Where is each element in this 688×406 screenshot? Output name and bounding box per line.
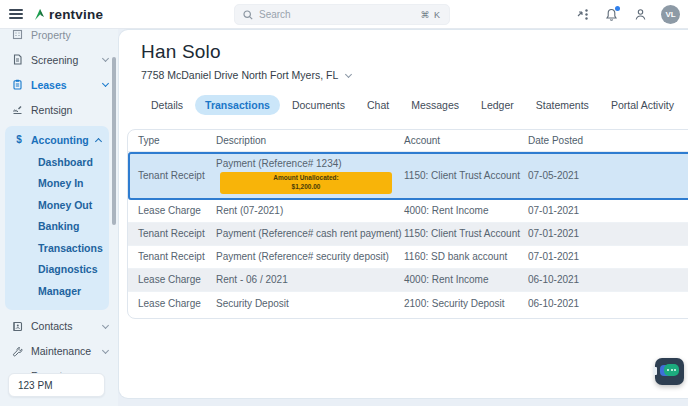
notifications-bell-icon[interactable] (603, 7, 619, 23)
user-profile-icon[interactable] (632, 7, 648, 23)
sidebar-item-label: Property (31, 29, 108, 41)
tab-statements[interactable]: Statements (526, 95, 599, 115)
tab-bar: Details Transactions Documents Chat Mess… (141, 94, 688, 116)
table-row[interactable]: Tenant Receipt Payment (Reference# secur… (128, 246, 688, 269)
search-icon (243, 10, 253, 20)
table-row[interactable]: Lease Charge Rent (07-2021) 4000: Rent I… (128, 200, 688, 223)
cell-description: Payment (Reference# 1234) (216, 158, 404, 169)
sidebar-item-maintenance[interactable]: Maintenance (0, 339, 118, 364)
sidebar-item-label: Money Out (38, 199, 92, 211)
sidebar-item-label: Accounting (31, 134, 96, 146)
table-row-selected[interactable]: Tenant Receipt Payment (Reference# 1234)… (128, 152, 688, 200)
quick-actions-icon[interactable] (574, 7, 590, 23)
sidebar-item-transactions[interactable]: Transactions (5, 237, 109, 259)
page-title: Han Solo (141, 41, 688, 63)
cell-date-posted: 07-01-2021 (528, 251, 625, 262)
search-input[interactable]: Search ⌘ K (234, 4, 450, 25)
tab-details[interactable]: Details (141, 95, 193, 115)
cell-type: Lease Charge (138, 274, 216, 285)
avatar[interactable]: VL (661, 5, 680, 24)
sidebar-item-label: Banking (38, 220, 79, 232)
cell-amount-link[interactable]: $2,400.00 (625, 170, 688, 181)
sidebar-item-label: Leases (31, 79, 103, 91)
sidebar-group-accounting: $ Accounting Dashboard Money In Money Ou… (5, 126, 109, 310)
rentvine-logo[interactable]: rentvine (34, 7, 103, 22)
sidebar-scrollbar[interactable] (112, 57, 116, 225)
cell-amount-link[interactable]: $1,200.00 (625, 205, 688, 216)
column-header-amount[interactable]: Amount (625, 135, 688, 146)
cell-account: 1160: SD bank account (404, 251, 528, 262)
cell-amount-link[interactable]: $840.00 (625, 274, 688, 285)
sidebar-item-leases[interactable]: Leases (0, 72, 118, 97)
cell-date-posted: 07-01-2021 (528, 205, 625, 216)
table-header-row: Type Description Account Date Posted Amo… (128, 130, 688, 152)
tab-portal-activity[interactable]: Portal Activity (601, 95, 684, 115)
cell-amount-link[interactable]: $1,200.00 (625, 298, 688, 309)
badge-amount: $1,200.00 (220, 183, 392, 192)
tab-transactions[interactable]: Transactions (195, 95, 280, 115)
logo-text: rentvine (49, 7, 103, 22)
table-row[interactable]: Lease Charge Security Deposit 2100: Secu… (128, 292, 688, 315)
cell-account: 2100: Security Deposit (404, 298, 528, 309)
signature-icon (12, 104, 23, 115)
column-header-date-posted[interactable]: Date Posted (528, 135, 625, 146)
chat-widget-button[interactable] (655, 358, 684, 385)
cell-date-posted: 07-05-2021 (528, 170, 625, 181)
table-row[interactable]: Lease Charge Rent - 06 / 2021 4000: Rent… (128, 269, 688, 292)
transactions-table: Type Description Account Date Posted Amo… (127, 129, 688, 319)
table-row[interactable]: Tenant Receipt Payment (Reference# cash … (128, 223, 688, 246)
chevron-up-icon (95, 137, 102, 144)
unallocated-amount-badge: Amount Unallocated: $1,200.00 (220, 172, 392, 194)
sidebar-item-accounting[interactable]: $ Accounting (5, 128, 109, 151)
sidebar-item-manager[interactable]: Manager (5, 280, 109, 302)
lease-card: Han Solo Actions 7758 McDaniel Drive Nor… (119, 30, 688, 398)
badge-label: Amount Unallocated: (220, 174, 392, 183)
sidebar-item-label: Dashboard (38, 156, 93, 168)
cell-amount-link[interactable]: $1,200.00 (625, 251, 688, 262)
sidebar-item-contacts[interactable]: Contacts (0, 314, 118, 339)
workspace-selector[interactable]: 123 PM (8, 373, 105, 397)
cell-description: Rent - 06 / 2021 (216, 274, 404, 285)
cell-description: Rent (07-2021) (216, 205, 404, 216)
chevron-down-icon (102, 80, 109, 87)
tab-ledger[interactable]: Ledger (471, 95, 524, 115)
sidebar-item-money-in[interactable]: Money In (5, 173, 109, 195)
sidebar-item-screening[interactable]: Screening (0, 47, 118, 72)
hamburger-menu-icon[interactable] (9, 6, 23, 21)
property-address: 7758 McDaniel Drive North Fort Myers, FL (141, 69, 338, 81)
cell-type: Lease Charge (138, 205, 216, 216)
cell-type: Lease Charge (138, 298, 216, 309)
cell-amount-link[interactable]: $840.00 (625, 228, 688, 239)
sidebar-item-label: Screening (31, 54, 103, 66)
leaf-icon (34, 8, 45, 21)
top-bar: rentvine Search ⌘ K (0, 0, 688, 29)
sidebar-item-label: Manager (38, 285, 81, 297)
column-header-type[interactable]: Type (138, 135, 216, 146)
notification-dot (615, 6, 620, 11)
search-placeholder: Search (259, 9, 420, 20)
contacts-book-icon (12, 321, 23, 332)
chevron-down-icon[interactable] (345, 70, 352, 77)
sidebar-item-money-out[interactable]: Money Out (5, 194, 109, 216)
cell-type: Tenant Receipt (138, 251, 216, 262)
sidebar-item-label: Diagnostics (38, 263, 98, 275)
chevron-down-icon (102, 55, 109, 62)
document-icon (12, 54, 23, 65)
column-header-description[interactable]: Description (216, 135, 404, 146)
search-shortcut: ⌘ K (420, 10, 441, 20)
tab-messages[interactable]: Messages (401, 95, 469, 115)
cell-account: 4000: Rent Income (404, 274, 528, 285)
sidebar-item-rentsign[interactable]: Rentsign (0, 97, 118, 122)
sidebar-item-dashboard[interactable]: Dashboard (5, 151, 109, 173)
sidebar-item-property[interactable]: Property (0, 29, 118, 47)
sidebar-item-diagnostics[interactable]: Diagnostics (5, 259, 109, 281)
sidebar-item-label: Transactions (38, 242, 103, 254)
sidebar-item-label: Rentsign (31, 104, 108, 116)
cell-date-posted: 06-10-2021 (528, 274, 625, 285)
sidebar-item-banking[interactable]: Banking (5, 216, 109, 238)
main-area: Han Solo Actions 7758 McDaniel Drive Nor… (118, 29, 688, 406)
chevron-down-icon (102, 346, 109, 353)
column-header-account[interactable]: Account (404, 135, 528, 146)
tab-documents[interactable]: Documents (282, 95, 355, 115)
tab-chat[interactable]: Chat (357, 95, 399, 115)
